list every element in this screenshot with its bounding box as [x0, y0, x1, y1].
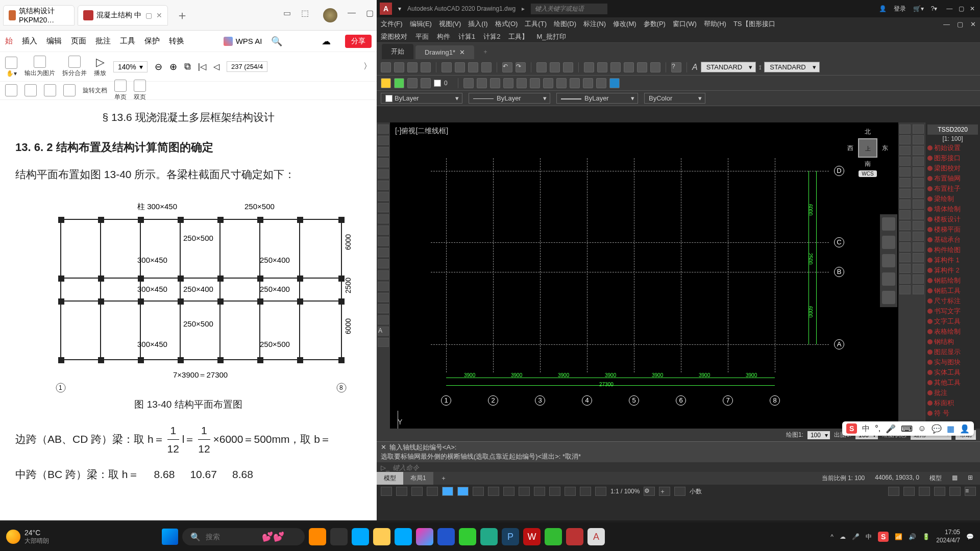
markup-icon[interactable] [637, 62, 647, 72]
export-image-button[interactable]: 输出为图片 [24, 56, 55, 78]
mail-icon[interactable] [437, 528, 455, 545]
tssd-item-16[interactable]: 书写文字 [927, 306, 978, 316]
menu-tools[interactable]: 工具 [120, 36, 135, 46]
menu-annotate[interactable]: 批注 [95, 36, 111, 46]
tssd-item-3[interactable]: 布置轴网 [927, 173, 978, 184]
double-page-button[interactable]: 双页 [134, 80, 146, 102]
snap-btn[interactable] [411, 487, 423, 496]
toolpalette-icon[interactable] [610, 62, 621, 72]
wps-icon[interactable]: W [523, 528, 541, 545]
search-input[interactable] [206, 533, 257, 541]
precision-readout[interactable]: 小数 [690, 487, 702, 496]
layout-model[interactable]: 模型 [377, 472, 403, 485]
store-icon[interactable] [395, 528, 412, 545]
dim-style-dropdown[interactable]: STANDARD [764, 62, 820, 72]
menu-page[interactable]: 页面 [71, 36, 86, 46]
array-icon[interactable] [899, 167, 911, 177]
help-ribbon-icon[interactable]: ? [671, 62, 681, 72]
ellipse-icon[interactable] [378, 226, 389, 235]
dim-edit-icon[interactable] [913, 210, 924, 219]
zoom-out-icon[interactable]: ⊖ [155, 61, 162, 72]
layer-tool-2[interactable] [477, 78, 487, 88]
minimize-icon[interactable]: — [348, 8, 356, 22]
zoom-icon[interactable] [550, 62, 560, 72]
gradient-icon[interactable] [378, 293, 389, 302]
menu-help[interactable]: 帮助(H) [704, 19, 726, 29]
qat-dropdown-icon[interactable]: ▾ [398, 5, 401, 12]
tssd-item-7[interactable]: 楼板设计 [927, 214, 978, 224]
ime-mode[interactable]: 中 [862, 424, 870, 434]
otrack-btn[interactable] [473, 487, 484, 496]
split-merge-button[interactable]: 拆分合并 [62, 56, 87, 78]
tssd-item-20[interactable]: 图层显示 [927, 347, 978, 357]
clock[interactable]: 17:05 2024/4/7 [936, 529, 960, 544]
layer-dropdown[interactable]: ByLayer [381, 93, 462, 104]
tssd-item-5[interactable]: 梁绘制 [927, 194, 978, 204]
tssd-item-11[interactable]: 算构件 1 [927, 255, 978, 265]
insert-icon[interactable] [378, 248, 389, 257]
workspace-btn[interactable] [888, 487, 899, 496]
transparency-btn[interactable] [503, 487, 514, 496]
tssd-item-22[interactable]: 实体工具 [927, 367, 978, 378]
tssd-item-25[interactable]: 标面积 [927, 398, 978, 408]
grid-btn[interactable] [396, 487, 407, 496]
menu-protect[interactable]: 保护 [144, 36, 160, 46]
tssd-item-23[interactable]: 其他工具 [927, 378, 978, 388]
mirror-icon[interactable] [899, 146, 911, 155]
model-btn[interactable] [381, 487, 392, 496]
layer-lock-icon[interactable] [421, 78, 431, 88]
menu-insert[interactable]: 插入 [22, 36, 37, 46]
tray-mic-icon[interactable]: 🎤 [852, 533, 860, 540]
dim-diameter-icon[interactable] [913, 167, 924, 177]
designcenter-icon[interactable] [597, 62, 607, 72]
menu-tools2[interactable]: 工具】 [508, 32, 528, 41]
misc-tool-4[interactable] [913, 285, 924, 294]
menu-tools[interactable]: 工具(T) [525, 19, 547, 29]
drawing-canvas[interactable]: [-]俯视[二维线框] 1 2 3 4 5 [390, 122, 898, 444]
app-icon-5[interactable] [566, 528, 583, 545]
height-icon[interactable] [63, 84, 76, 96]
tssd-item-1[interactable]: 图形接口 [927, 153, 978, 163]
dim-update-icon[interactable] [913, 232, 924, 241]
dim-angular-icon[interactable] [913, 146, 924, 155]
block-icon[interactable] [378, 259, 389, 268]
scale-icon[interactable] [899, 199, 911, 209]
menu-member[interactable]: 构件 [437, 32, 450, 41]
menu-file[interactable]: 文件(F) [381, 19, 403, 29]
plus-btn[interactable]: ＋ [659, 487, 670, 496]
page-icon[interactable] [5, 84, 17, 96]
layer-tool-7[interactable] [543, 78, 553, 88]
rotate-icon[interactable] [899, 189, 911, 198]
hand-tool[interactable]: ✋▾ [5, 57, 17, 77]
browser-icon[interactable] [480, 528, 498, 545]
line-icon[interactable] [378, 124, 389, 134]
tab-start[interactable]: 开始 [382, 44, 413, 59]
menu-format[interactable]: 格式(O) [495, 19, 518, 29]
zoom-dropdown[interactable]: 140%▾ [113, 61, 148, 72]
menu-insert[interactable]: 插入(I) [468, 19, 487, 29]
autocad-task-icon[interactable]: A [587, 528, 605, 545]
tray-volume-icon[interactable]: 🔊 [909, 533, 916, 540]
isolate-btn[interactable] [919, 487, 930, 496]
join-icon[interactable] [899, 253, 911, 262]
maximize-icon[interactable]: ▢ [366, 8, 374, 22]
edge-icon[interactable] [352, 528, 369, 545]
point-icon[interactable] [378, 270, 389, 280]
ime-user-icon[interactable]: 👤 [960, 424, 970, 434]
tssd-item-13[interactable]: 钢筋绘制 [927, 276, 978, 286]
spline-icon[interactable] [378, 214, 389, 223]
search-input[interactable]: 键入关键字或短语 [531, 4, 607, 14]
layer-tool-4[interactable] [503, 78, 513, 88]
stretch-icon[interactable] [899, 210, 911, 219]
signin-icon[interactable]: 👤 [879, 5, 887, 12]
tssd-item-18[interactable]: 表格绘制 [927, 327, 978, 337]
layer-tool-8[interactable] [556, 78, 567, 88]
tssd-item-12[interactable]: 算构件 2 [927, 265, 978, 276]
copy-icon[interactable] [455, 62, 465, 72]
hatch-icon[interactable] [378, 282, 389, 291]
layer-tool-11[interactable] [596, 78, 606, 88]
tssd-item-2[interactable]: 梁图校对 [927, 163, 978, 173]
tray-wifi-icon[interactable]: 📶 [895, 533, 902, 540]
zoom-nav-icon[interactable] [882, 254, 895, 267]
wps-ai-button[interactable]: WPS AI [224, 37, 262, 46]
